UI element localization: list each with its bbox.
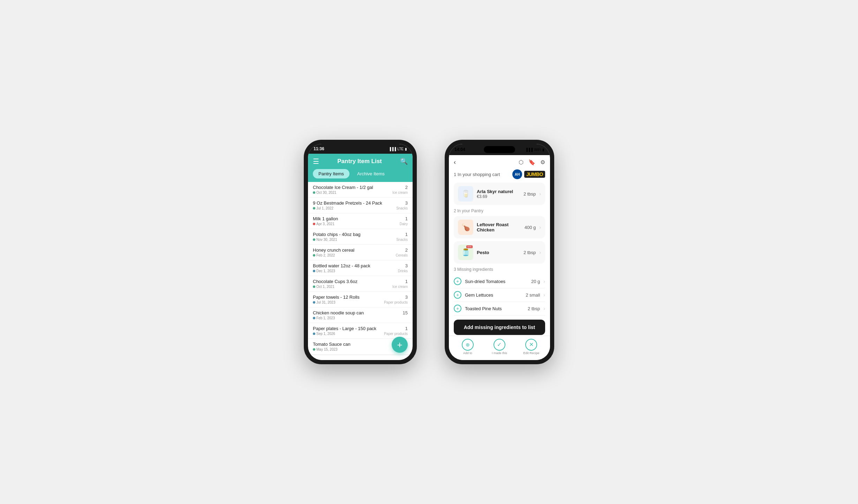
list-item[interactable]: Paper plates - Large - 150 pack 1 Sep 1,…	[308, 323, 413, 339]
bottom-nav-1: 🏠 Home ≡ Item List 📋 Category List 🔔 Ale…	[308, 355, 413, 360]
back-icon[interactable]: ‹	[454, 159, 456, 166]
lettuces-name: Gem Lettuces	[465, 292, 522, 298]
add-to-label: Add to	[463, 351, 472, 355]
pine-nuts-chevron: ›	[543, 306, 545, 311]
made-this-icon: ✓	[494, 339, 505, 351]
made-this-label: I made this	[492, 351, 507, 355]
status-icons-2: ▐▐▐ WiFi ▮	[525, 148, 544, 152]
item-list: Chocolate Ice Cream - 1/2 gal 2 Oct 30, …	[308, 182, 413, 354]
cart-header-text: 1 In your shopping cart	[454, 172, 500, 177]
list-item[interactable]: Chocolate Cups 3.6oz 1 Oct 1, 2021 Ice c…	[308, 276, 413, 292]
header-action-icons: ⬡ 🔖 ⚙	[519, 159, 545, 166]
tab-bar: Pantry Items Archive Items	[308, 169, 413, 182]
bookmark-icon[interactable]: 🔖	[528, 159, 535, 166]
missing-item-pine-nuts[interactable]: + Toasted Pine Nuts 2 tbsp ›	[454, 302, 545, 315]
app-header-1: ☰ Pantry Item List 🔍	[308, 154, 413, 169]
pesto-info: Pesto	[477, 250, 520, 255]
list-item[interactable]: Honey crunch cereal 2 Feb 2, 2022 Cereal…	[308, 245, 413, 260]
missing-item-tomatoes[interactable]: + Sun-dried Tomatoes 20 g ›	[454, 275, 545, 288]
menu-icon[interactable]: ☰	[313, 157, 319, 166]
arla-price: €3.69	[477, 194, 520, 199]
lettuces-chevron: ›	[543, 292, 545, 298]
status-icons-1: ▐▐▐ LTE ▮	[389, 147, 407, 151]
add-to-icon: ⊕	[462, 339, 474, 351]
list-item[interactable]: 9 Oz Bestmade Pretzels - 24 Pack 3 Jul 1…	[308, 198, 413, 213]
pine-nuts-name: Toasted Pine Nuts	[465, 306, 524, 311]
phone-2: 14:04 ▐▐▐ WiFi ▮ ‹ ⬡ 🔖 ⚙	[445, 140, 554, 364]
page-title: Pantry Item List	[337, 158, 382, 165]
pantry-section-label: 2 In your Pantry	[454, 208, 545, 213]
pantry-list: Chocolate Ice Cream - 1/2 gal 2 Oct 30, …	[308, 182, 413, 360]
list-item[interactable]: Milk 1 gallon 1 Apr 3, 2021 Dairy	[308, 213, 413, 229]
add-pine-nuts-icon[interactable]: +	[454, 305, 461, 312]
nav-add-to[interactable]: ⊕ Add to	[452, 339, 483, 355]
pantry-item-chicken[interactable]: 🍗 Leftover Roast Chicken 400 g ›	[454, 216, 545, 238]
arla-image: 🥛	[458, 186, 473, 201]
list-item[interactable]: Paper towels - 12 Rolls 3 Jul 31, 2023 P…	[308, 292, 413, 307]
time-1: 11:36	[314, 146, 324, 151]
pesto-chevron: ›	[539, 250, 541, 255]
add-missing-button[interactable]: Add missing ingredients to list	[454, 320, 545, 335]
list-item[interactable]: Potato chips - 40oz bag 1 Nov 30, 2021 S…	[308, 229, 413, 245]
add-tomatoes-icon[interactable]: +	[454, 277, 461, 285]
arla-amount: 2 tbsp	[524, 191, 536, 197]
edit-recipe-label: Edit Recipe	[523, 351, 539, 355]
arla-name: Arla Skyr naturel	[477, 189, 520, 194]
tab-archive-items[interactable]: Archive Items	[352, 169, 390, 178]
pantry-item-pesto[interactable]: 🫙 50% Pesto 2 tbsp ›	[454, 241, 545, 264]
edit-recipe-icon: ✕	[525, 339, 537, 351]
cart-section-header: 1 In your shopping cart AH JUMBO	[454, 169, 545, 179]
chicken-chevron: ›	[539, 224, 541, 230]
arla-chevron: ›	[539, 191, 541, 197]
phone-1: 11:36 ▐▐▐ LTE ▮ ☰ Pantry Item List 🔍 Pan…	[304, 140, 417, 364]
pine-nuts-amount: 2 tbsp	[528, 306, 540, 311]
settings-icon[interactable]: ⚙	[540, 159, 545, 166]
chicken-info: Leftover Roast Chicken	[477, 222, 521, 232]
tomatoes-chevron: ›	[543, 278, 545, 284]
scene: 11:36 ▐▐▐ LTE ▮ ☰ Pantry Item List 🔍 Pan…	[290, 126, 568, 378]
nav-edit-recipe[interactable]: ✕ Edit Recipe	[515, 339, 547, 355]
share-icon[interactable]: ⬡	[519, 159, 524, 166]
dynamic-island-pill	[484, 146, 515, 153]
pesto-amount: 2 tbsp	[524, 250, 536, 255]
fab-add-button[interactable]: +	[392, 337, 408, 353]
tomatoes-name: Sun-dried Tomatoes	[465, 279, 528, 284]
chicken-amount: 400 g	[525, 225, 536, 230]
time-2: 14:04	[454, 147, 465, 152]
add-lettuces-icon[interactable]: +	[454, 291, 461, 299]
status-bar-1: 11:36 ▐▐▐ LTE ▮	[308, 144, 413, 154]
chicken-image: 🍗	[458, 220, 473, 235]
alerts-icon: 🔔	[376, 360, 385, 360]
sale-badge: 50%	[466, 245, 473, 248]
search-icon[interactable]: 🔍	[400, 158, 408, 165]
recipe-content: 1 In your shopping cart AH JUMBO 🥛 Arla …	[449, 169, 550, 351]
jumbo-logo: JUMBO	[524, 171, 545, 178]
missing-item-lettuces[interactable]: + Gem Lettuces 2 small ›	[454, 288, 545, 302]
chicken-name: Leftover Roast Chicken	[477, 222, 521, 232]
recipe-header: ‹ ⬡ 🔖 ⚙	[449, 155, 550, 169]
store-logos: AH JUMBO	[512, 169, 545, 179]
nav-i-made-this[interactable]: ✓ I made this	[483, 339, 515, 355]
pesto-name: Pesto	[477, 250, 520, 255]
nav-alerts[interactable]: 🔔 Alerts	[370, 360, 391, 360]
list-item[interactable]: Bottled water 12oz - 48 pack 3 Dec 1, 20…	[308, 260, 413, 276]
tab-pantry-items[interactable]: Pantry Items	[313, 169, 349, 178]
missing-section-label: 3 Missing ingredients	[454, 267, 545, 272]
list-item[interactable]: Chocolate Ice Cream - 1/2 gal 2 Oct 30, …	[308, 182, 413, 198]
pesto-image: 🫙 50%	[458, 245, 473, 260]
arla-info: Arla Skyr naturel €3.69	[477, 189, 520, 199]
ah-logo: AH	[512, 169, 522, 179]
status-bar-2: 14:04 ▐▐▐ WiFi ▮	[449, 144, 550, 155]
cart-item-arla[interactable]: 🥛 Arla Skyr naturel €3.69 2 tbsp ›	[454, 183, 545, 205]
lettuces-amount: 2 small	[526, 292, 540, 298]
bottom-nav-2: ⊕ Add to ✓ I made this ✕ Edit Recipe	[449, 336, 550, 360]
tomatoes-amount: 20 g	[531, 279, 540, 284]
list-item[interactable]: Chicken noodle soup can 15 Feb 1, 2023	[308, 307, 413, 323]
